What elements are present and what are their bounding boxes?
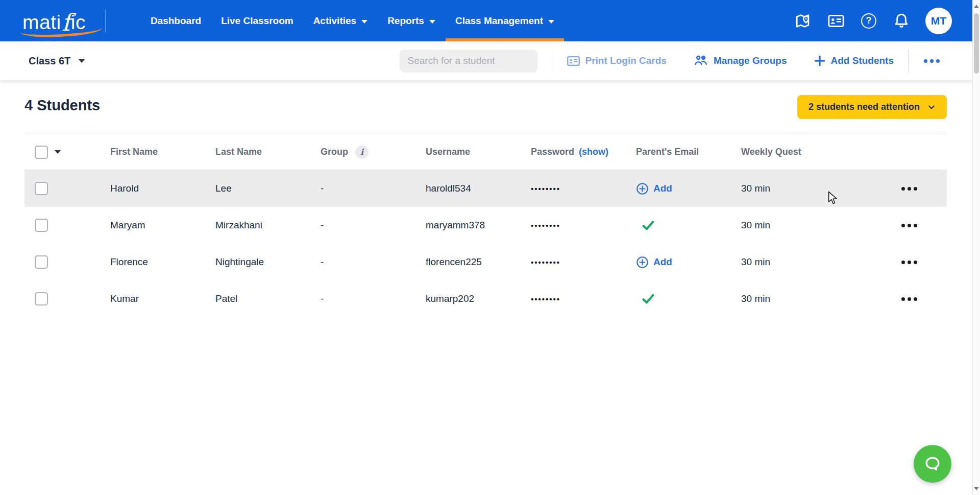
- divider: [908, 49, 909, 73]
- add-parent-email-button[interactable]: Add: [636, 182, 741, 195]
- scrollbar-thumb[interactable]: [974, 13, 979, 74]
- id-card-icon[interactable]: [827, 12, 845, 30]
- col-password: Password: [531, 147, 574, 157]
- page-scrollbar[interactable]: [972, 0, 980, 495]
- last-name-cell: Patel: [215, 293, 321, 304]
- add-students-button[interactable]: Add Students: [814, 55, 894, 67]
- class-selector[interactable]: Class 6T: [29, 55, 85, 67]
- chevron-down-icon: [79, 59, 85, 63]
- top-navigation-bar: matific Dashboard Live Classroom Activit…: [0, 0, 972, 41]
- nav-live-classroom[interactable]: Live Classroom: [221, 0, 293, 41]
- col-last-name: Last Name: [215, 147, 321, 157]
- col-weekly-quest: Weekly Quest: [741, 147, 846, 157]
- plus-circle-icon: [636, 182, 649, 195]
- chat-bubble-icon: [923, 454, 942, 474]
- weekly-quest-cell: 30 min: [741, 293, 846, 304]
- check-icon: [641, 292, 655, 306]
- first-name-cell: Harold: [110, 183, 215, 194]
- row-menu-button[interactable]: [901, 297, 947, 301]
- group-cell: -: [321, 293, 426, 304]
- student-search[interactable]: [400, 50, 537, 73]
- page-title: 4 Students: [24, 97, 100, 114]
- matific-logo[interactable]: matific: [22, 9, 86, 33]
- last-name-cell: Mirzakhani: [215, 220, 321, 231]
- group-cell: -: [321, 256, 426, 268]
- show-passwords-link[interactable]: (show): [579, 147, 608, 157]
- password-masked: ••••••••: [531, 221, 636, 230]
- username-cell: maryamm378: [426, 220, 531, 231]
- groups-icon: [693, 53, 708, 68]
- table-row[interactable]: Harold Lee - haroldl534 •••••••• Add 30 …: [24, 170, 947, 207]
- row-menu-button[interactable]: [901, 187, 947, 191]
- student-checkbox[interactable]: [35, 219, 48, 232]
- toolbar-overflow-menu-button[interactable]: [923, 56, 941, 66]
- table-row[interactable]: Maryam Mirzakhani - maryamm378 •••••••• …: [24, 207, 947, 244]
- main-nav: Dashboard Live Classroom Activities Repo…: [151, 0, 554, 41]
- col-username: Username: [426, 147, 531, 157]
- select-menu-chevron-icon[interactable]: [55, 150, 61, 154]
- row-menu-button[interactable]: [901, 261, 947, 264]
- student-checkbox[interactable]: [35, 292, 48, 305]
- username-cell: kumarp202: [426, 293, 531, 304]
- ellipsis-icon: [901, 187, 905, 191]
- student-checkbox[interactable]: [35, 182, 48, 195]
- chevron-down-icon: [429, 20, 435, 23]
- scroll-down-arrow-icon[interactable]: [974, 487, 979, 490]
- search-input[interactable]: [408, 55, 533, 66]
- chevron-down-icon: [548, 20, 554, 23]
- toolbar-actions: Print Login Cards Manage Groups Add Stud…: [400, 49, 941, 73]
- group-cell: -: [321, 220, 426, 231]
- chevron-down-icon: [927, 103, 936, 111]
- password-masked: ••••••••: [531, 295, 636, 303]
- topbar-icon-group: ? MT: [795, 8, 952, 34]
- nav-dashboard[interactable]: Dashboard: [151, 0, 201, 41]
- col-group: Group: [321, 147, 348, 157]
- username-cell: florencen225: [426, 256, 531, 268]
- manage-groups-button[interactable]: Manage Groups: [693, 53, 787, 68]
- nav-activities[interactable]: Activities: [313, 0, 368, 41]
- weekly-quest-cell: 30 min: [741, 256, 846, 268]
- plus-icon: [814, 55, 826, 67]
- print-login-cards-button[interactable]: Print Login Cards: [567, 54, 667, 68]
- map-icon[interactable]: [795, 12, 812, 30]
- class-toolbar: Class 6T Print Login Cards: [0, 41, 972, 80]
- select-all-checkbox[interactable]: [35, 146, 48, 159]
- plus-circle-icon: [636, 256, 649, 269]
- first-name-cell: Kumar: [110, 293, 215, 304]
- student-checkbox[interactable]: [35, 255, 48, 269]
- notifications-icon[interactable]: [893, 12, 910, 30]
- avatar[interactable]: MT: [925, 8, 952, 34]
- ellipsis-icon: [924, 59, 927, 63]
- class-management-page: matific Dashboard Live Classroom Activit…: [0, 0, 980, 495]
- table-header-row: First Name Last Name Group i Username Pa…: [24, 134, 947, 170]
- divider: [552, 49, 552, 73]
- row-menu-button[interactable]: [901, 224, 947, 227]
- password-masked: ••••••••: [531, 184, 636, 193]
- id-card-icon: [567, 54, 580, 68]
- first-name-cell: Maryam: [110, 220, 215, 231]
- chat-support-button[interactable]: [914, 445, 951, 483]
- table-row[interactable]: Florence Nightingale - florencen225 ••••…: [24, 244, 947, 280]
- help-icon[interactable]: ?: [860, 12, 877, 30]
- ellipsis-icon: [901, 224, 905, 227]
- last-name-cell: Lee: [215, 183, 321, 194]
- col-parents-email: Parent's Email: [636, 147, 741, 157]
- attention-badge[interactable]: 2 students need attention: [797, 95, 947, 119]
- add-parent-email-button[interactable]: Add: [636, 256, 741, 269]
- nav-class-management[interactable]: Class Management: [455, 0, 554, 41]
- chevron-down-icon: [361, 20, 368, 23]
- first-name-cell: Florence: [110, 256, 215, 268]
- table-row[interactable]: Kumar Patel - kumarp202 •••••••• 30 min: [24, 280, 947, 317]
- students-table: First Name Last Name Group i Username Pa…: [24, 134, 947, 317]
- check-icon: [641, 218, 655, 232]
- col-first-name: First Name: [110, 147, 215, 157]
- weekly-quest-cell: 30 min: [741, 220, 846, 231]
- scroll-up-arrow-icon[interactable]: [974, 5, 979, 8]
- info-icon[interactable]: i: [355, 146, 369, 159]
- group-cell: -: [321, 183, 426, 194]
- logo-divider: [105, 10, 106, 32]
- ellipsis-icon: [901, 261, 905, 264]
- nav-reports[interactable]: Reports: [387, 0, 435, 41]
- mouse-cursor: [827, 191, 839, 206]
- username-cell: haroldl534: [426, 183, 531, 194]
